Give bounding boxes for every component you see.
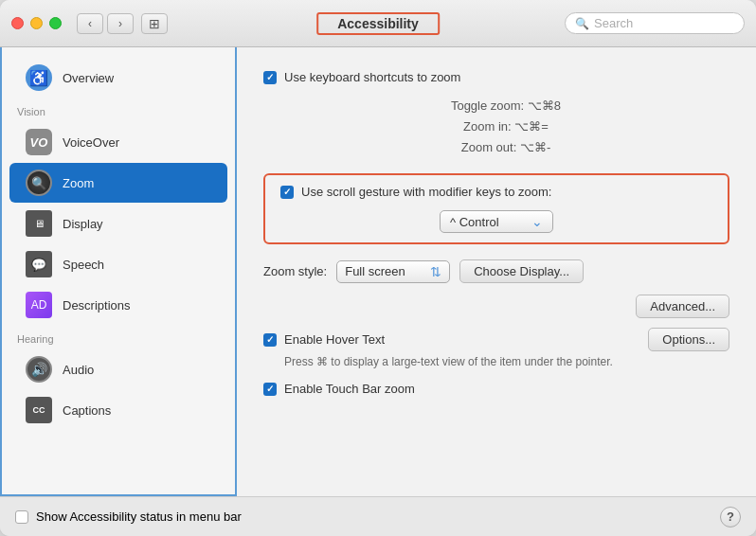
window-title: Accessibility — [316, 12, 440, 35]
sidebar-item-label: Speech — [63, 258, 104, 272]
sidebar-item-label: Zoom — [63, 176, 94, 190]
audio-description-icon: AD — [26, 292, 52, 318]
traffic-lights — [11, 17, 62, 29]
sidebar-item-descriptions[interactable]: AD Descriptions — [9, 285, 227, 325]
advanced-button[interactable]: Advanced... — [636, 295, 729, 318]
search-icon: 🔍 — [575, 17, 589, 30]
toggle-zoom-row: Toggle zoom: ⌥⌘8 — [282, 96, 729, 116]
toggle-zoom-label: Toggle zoom: — [451, 98, 524, 113]
touch-bar-zoom-label: Enable Touch Bar zoom — [284, 382, 415, 396]
sidebar-item-label: VoiceOver — [63, 135, 119, 150]
zoom-lens-icon: 🔍 — [26, 170, 52, 196]
hearing-section-label: Hearing — [2, 326, 235, 348]
hover-text-row: Enable Hover Text Options... — [263, 328, 729, 351]
modifier-key-value: ^ Control — [450, 215, 499, 229]
bottom-bar: Show Accessibility status in menu bar ? — [0, 496, 756, 536]
touch-bar-zoom-checkbox[interactable] — [263, 383, 277, 396]
forward-button[interactable]: › — [107, 13, 134, 34]
overview-icon: ♿ — [25, 63, 53, 92]
zoom-out-label: Zoom out: — [461, 140, 517, 154]
keyboard-shortcuts-label: Use keyboard shortcuts to zoom — [284, 70, 460, 84]
hover-text-options-button[interactable]: Options... — [648, 328, 729, 351]
sidebar-item-audio[interactable]: 🔊 Audio — [9, 349, 227, 389]
sidebar: ♿ Overview Vision VO VoiceOver 🔍 Zoom — [0, 47, 237, 496]
scroll-gesture-box: Use scroll gesture with modifier keys to… — [263, 173, 729, 244]
show-accessibility-row: Show Accessibility status in menu bar — [15, 509, 242, 524]
zoom-in-label: Zoom in: — [463, 119, 512, 134]
hover-text-label: Enable Hover Text — [284, 332, 385, 347]
sidebar-item-label: Audio — [63, 363, 94, 377]
back-button[interactable]: ‹ — [77, 13, 103, 34]
search-box[interactable]: 🔍 — [565, 12, 745, 34]
speech-icon: 💬 — [25, 250, 53, 278]
zoom-in-row: Zoom in: ⌥⌘= — [282, 116, 729, 137]
speaker-icon: 🔊 — [26, 356, 52, 383]
sidebar-item-overview[interactable]: ♿ Overview — [9, 58, 227, 98]
shortcut-info: Toggle zoom: ⌥⌘8 Zoom in: ⌥⌘= Zoom out: … — [263, 96, 729, 158]
sidebar-item-label: Display — [63, 217, 103, 231]
captions-icon: CC — [25, 396, 53, 424]
zoom-style-value: Full screen — [345, 264, 405, 278]
sidebar-item-label: Overview — [63, 71, 114, 85]
cc-icon: CC — [26, 397, 52, 423]
voiceover-icon: VO — [25, 128, 53, 156]
window: ‹ › ⊞ Accessibility 🔍 ♿ Overview Vision — [0, 0, 756, 536]
zoom-icon: 🔍 — [25, 169, 53, 197]
search-input[interactable] — [594, 16, 736, 30]
maximize-button[interactable] — [49, 17, 62, 29]
main-panel: Use keyboard shortcuts to zoom Toggle zo… — [237, 47, 756, 496]
display-icon: 🖥 — [25, 209, 53, 238]
sidebar-item-label: Descriptions — [63, 298, 131, 313]
help-button[interactable]: ? — [720, 507, 741, 527]
accessibility-icon: ♿ — [26, 64, 52, 91]
show-accessibility-label: Show Accessibility status in menu bar — [36, 509, 242, 524]
minimize-button[interactable] — [30, 17, 43, 29]
zoom-out-value: ⌥⌘- — [520, 140, 550, 154]
keyboard-shortcuts-checkbox[interactable] — [263, 71, 277, 84]
close-button[interactable] — [11, 17, 24, 29]
zoom-style-row: Zoom style: Full screen ⇅ Choose Display… — [263, 259, 729, 283]
toggle-zoom-value: ⌥⌘8 — [528, 98, 561, 113]
sidebar-item-speech[interactable]: 💬 Speech — [9, 244, 227, 284]
hover-text-hint: Press ⌘ to display a large-text view of … — [284, 355, 729, 368]
grid-button[interactable]: ⊞ — [141, 13, 168, 34]
sidebar-item-label: Captions — [63, 403, 111, 418]
scroll-gesture-label: Use scroll gesture with modifier keys to… — [301, 185, 551, 199]
content: ♿ Overview Vision VO VoiceOver 🔍 Zoom — [0, 47, 756, 496]
scroll-gesture-row: Use scroll gesture with modifier keys to… — [280, 185, 712, 199]
keyboard-shortcuts-row: Use keyboard shortcuts to zoom — [263, 70, 729, 84]
advanced-button-row: Advanced... — [263, 295, 729, 318]
hover-text-checkbox[interactable] — [263, 333, 277, 347]
zoom-out-row: Zoom out: ⌥⌘- — [282, 137, 729, 158]
sidebar-item-display[interactable]: 🖥 Display — [9, 204, 227, 243]
nav-buttons: ‹ › — [77, 13, 134, 34]
monitor-icon: 🖥 — [26, 210, 52, 237]
titlebar: ‹ › ⊞ Accessibility 🔍 — [0, 0, 756, 47]
dropdown-arrow-icon: ⌄ — [531, 214, 543, 229]
sidebar-item-zoom[interactable]: 🔍 Zoom — [9, 163, 227, 203]
descriptions-icon: AD — [25, 291, 53, 319]
audio-icon: 🔊 — [25, 355, 53, 384]
touch-bar-zoom-row: Enable Touch Bar zoom — [263, 382, 729, 396]
sidebar-item-captions[interactable]: CC Captions — [9, 390, 227, 430]
vo-icon: VO — [26, 129, 52, 155]
scroll-gesture-checkbox[interactable] — [280, 186, 294, 199]
modifier-dropdown: ^ Control ⌄ — [280, 210, 712, 233]
vision-section-label: Vision — [2, 98, 235, 121]
zoom-style-label: Zoom style: — [263, 264, 327, 278]
zoom-style-dropdown[interactable]: Full screen ⇅ — [336, 260, 450, 283]
speech-bubble-icon: 💬 — [26, 251, 52, 277]
zoom-in-value: ⌥⌘= — [514, 119, 549, 134]
choose-display-button[interactable]: Choose Display... — [459, 259, 584, 283]
spinner-icon: ⇅ — [430, 264, 441, 279]
show-accessibility-checkbox[interactable] — [15, 510, 28, 524]
sidebar-item-voiceover[interactable]: VO VoiceOver — [9, 122, 227, 162]
modifier-key-dropdown[interactable]: ^ Control ⌄ — [440, 210, 553, 233]
